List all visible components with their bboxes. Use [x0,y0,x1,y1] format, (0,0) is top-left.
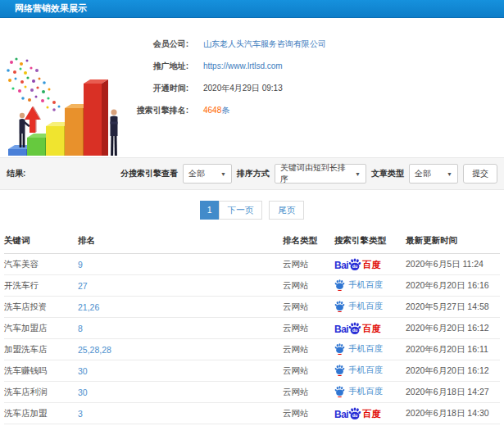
article-type-select[interactable]: 全部 ▼ [409,164,458,184]
page-next-button[interactable]: 下一页 [219,201,263,220]
baidu-logo-cn: 百度 [362,323,380,335]
engine-cell: Bai du 百度 [334,360,406,382]
page-title: 网络营销效果展示 [0,0,504,18]
sort-select[interactable]: 关键词由短到长排序 ▼ [275,164,366,184]
table-body: 汽车美容 9 云网站 Bai du 百度 [4,254,500,424]
article-type-select-value: 全部 [415,168,431,179]
filter-bar: 结果: 分搜索引擎查看 全部 ▼ 排序方式 关键词由短到长排序 ▼ 文章类型 全… [0,157,504,190]
mobile-baidu-paw-icon [334,343,345,355]
pagination: 1 下一页 尾页 [0,201,504,220]
engine-select[interactable]: 全部 ▼ [183,164,232,184]
keyword-cell: 开洗车行 [4,275,78,297]
col-rank: 排名 [78,229,283,254]
update-time-cell: 2020年6月20日 16:16 [406,275,500,297]
rank-cell[interactable]: 27 [78,275,283,297]
rank-type-cell: 云网站 [283,360,334,382]
mobile-baidu-badge: 手机百度 [334,301,383,312]
engine-cell: Bai du 百度 [334,403,406,424]
keyword-cell: 加盟洗车店 [4,339,78,360]
update-time-cell: 2020年6月20日 16:12 [406,360,500,382]
info-row-open-time: 开通时间: 2020年4月29日 09:13 [131,77,504,99]
svg-text:du: du [352,264,358,269]
promo-url-label: 推广地址: [131,61,188,72]
rank-cell[interactable]: 3 [78,403,283,424]
rank-type-cell: 云网站 [283,403,334,424]
info-row-ranking-count: 搜索引擎排名: 4648条 [131,99,504,121]
rank-cell[interactable]: 30 [78,382,283,403]
mobile-baidu-label: 手机百度 [348,365,383,376]
promo-url-link[interactable]: https://www.lrtlsd.com [203,61,283,70]
businessman-right [111,109,118,156]
up-arrow-icon [25,106,41,133]
page-last-button[interactable]: 尾页 [269,201,304,220]
rank-type-cell: 云网站 [283,275,334,297]
update-time-cell: 2020年6月20日 16:12 [406,318,500,339]
rank-type-cell: 云网站 [283,318,334,339]
engine-cell: Bai du 百度 [334,382,406,403]
rank-type-cell: 云网站 [283,382,334,403]
ranking-count-unit: 条 [221,106,229,115]
mobile-baidu-label: 手机百度 [348,301,383,312]
member-info-panel: 会员公司: 山东老人头汽车服务咨询有限公司 推广地址: https://www.… [131,21,504,157]
rank-cell[interactable]: 21,26 [78,297,283,318]
table-row: 洗车店加盟 3 云网站 Bai du 百度 [4,403,500,424]
ranking-count-number: 4648 [203,106,221,115]
baidu-logo-bai: Bai [334,409,348,420]
col-keyword: 关键词 [4,229,78,254]
chevron-down-icon: ▼ [447,171,452,177]
rank-type-cell: 云网站 [283,339,334,360]
rank-cell[interactable]: 30 [78,360,283,382]
keyword-cell: 洗车赚钱吗 [4,360,78,382]
open-time-label: 开通时间: [131,83,188,94]
page-current[interactable]: 1 [200,201,220,220]
baidu-logo: Bai du 百度 [334,407,380,420]
open-time-value: 2020年4月29日 09:13 [203,83,283,94]
company-label: 会员公司: [131,39,188,50]
table-row: 加盟洗车店 25,28,28 云网站 Bai du 百度 [4,339,500,360]
table-row: 洗车店投资 21,26 云网站 Bai du 百度 [4,297,500,318]
update-time-cell: 2020年6月5日 11:24 [406,254,500,275]
article-type-label: 文章类型 [371,168,404,179]
svg-text:du: du [352,413,358,418]
mobile-baidu-label: 手机百度 [348,386,383,397]
col-update-time: 最新更新时间 [406,229,500,254]
mobile-baidu-paw-icon [334,365,345,376]
mobile-baidu-badge: 手机百度 [334,343,383,355]
mobile-baidu-paw-icon [334,279,345,291]
baidu-paw-icon: du [348,407,361,420]
mobile-baidu-label: 手机百度 [348,279,383,291]
baidu-logo: Bai du 百度 [334,258,380,271]
update-time-cell: 2020年5月27日 14:58 [406,297,500,318]
update-time-cell: 2020年6月20日 16:11 [406,339,500,360]
marketing-chart-illustration [0,21,131,156]
keyword-ranking-table: 关键词 排名 排名类型 搜索引擎类型 最新更新时间 汽车美容 9 云网站 Bai… [4,229,500,424]
table-row: 汽车美容 9 云网站 Bai du 百度 [4,254,500,275]
keyword-cell: 汽车美容 [4,254,78,275]
rank-cell[interactable]: 25,28,28 [78,339,283,360]
mobile-baidu-label: 手机百度 [348,343,383,355]
engine-cell: Bai du 百度 [334,339,406,360]
col-rank-type: 排名类型 [283,229,334,254]
table-row: 洗车店利润 30 云网站 Bai du 百度 [4,382,500,403]
submit-button[interactable]: 提交 [463,164,497,184]
engine-cell: Bai du 百度 [334,254,406,275]
col-engine-type: 搜索引擎类型 [334,229,406,254]
ranking-count-label: 搜索引擎排名: [131,105,188,116]
table-row: 汽车加盟店 8 云网站 Bai du 百度 [4,318,500,339]
table-header-row: 关键词 排名 排名类型 搜索引擎类型 最新更新时间 [4,229,500,254]
info-row-company: 会员公司: 山东老人头汽车服务咨询有限公司 [131,33,504,55]
bar-chart-3d-image [0,21,131,156]
baidu-logo-bai: Bai [334,324,348,335]
mobile-baidu-badge: 手机百度 [334,365,383,376]
update-time-cell: 2020年6月18日 14:30 [406,403,500,424]
mobile-baidu-paw-icon [334,301,345,312]
engine-select-value: 全部 [188,168,205,179]
rank-type-cell: 云网站 [283,254,334,275]
rank-cell[interactable]: 9 [78,254,283,275]
keyword-cell: 洗车店加盟 [4,403,78,424]
chevron-down-icon: ▼ [220,171,226,177]
company-link[interactable]: 山东老人头汽车服务咨询有限公司 [203,39,326,50]
rank-cell[interactable]: 8 [78,318,283,339]
chevron-down-icon: ▼ [355,171,361,177]
filter-controls: 分搜索引擎查看 全部 ▼ 排序方式 关键词由短到长排序 ▼ 文章类型 全部 ▼ … [120,164,497,184]
